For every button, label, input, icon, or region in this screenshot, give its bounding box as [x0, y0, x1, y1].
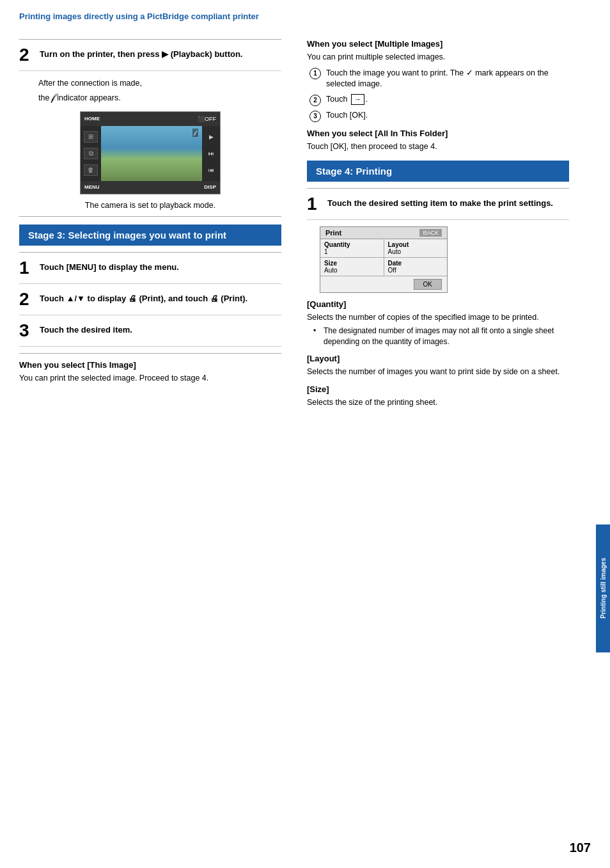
top-divider-left [19, 39, 281, 40]
step-3-1-text: Touch [MENU] to display the menu. [40, 259, 179, 273]
ps-layout-label: Layout [388, 241, 444, 248]
step-4-1-number: 1 [307, 195, 321, 213]
layout-text: Selects the number of images you want to… [307, 366, 569, 378]
cam-left-icons: ⊞ ⧉ 🗑 [81, 126, 101, 181]
cam-icon-bar: ⬛OFF [198, 116, 216, 122]
side-tab-text: Printing still images [600, 558, 607, 619]
page-number: 107 [570, 840, 591, 855]
divider-stage3 [19, 216, 281, 217]
multiple-step-2: 2 Touch →. [309, 94, 569, 106]
circle-1: 1 [309, 68, 321, 79]
multiple-step-1-text: Touch the image you want to print. The ✓… [326, 67, 569, 90]
ps-size-cell: Size Auto [320, 258, 384, 276]
ps-qty-value: 1 [324, 248, 380, 255]
cam-icon-delete: 🗑 [84, 164, 98, 176]
print-screen-mockup: Print BACK Quantity 1 Layout Auto Size A… [320, 226, 448, 293]
step-3-1-number: 1 [19, 259, 33, 277]
side-tab: Printing still images [596, 525, 610, 652]
bullet-dot-1: • [313, 326, 321, 336]
qty-bullet-1: • The designated number of images may no… [313, 326, 569, 347]
cam-play-icon: ▶ [209, 134, 214, 140]
step-3-1: 1 Touch [MENU] to display the menu. [19, 259, 281, 284]
left-column: 2 Turn on the printer, then press ▶ (Pla… [0, 26, 294, 414]
cam-bottom-bar: MENU DISP [81, 181, 220, 194]
cam-skip-back-icon: ⏮ [208, 167, 214, 173]
main-content: 2 Turn on the printer, then press ▶ (Pla… [0, 26, 610, 414]
multiple-images-steps: 1 Touch the image you want to print. The… [309, 67, 569, 122]
subsec-this-image-text: You can print the selected image. Procee… [19, 372, 281, 384]
circle-3: 3 [309, 111, 321, 122]
step-3-3: 3 Touch the desired item. [19, 322, 281, 347]
cam-home-label: HOME [84, 116, 100, 122]
qty-header: [Quantity] [307, 299, 569, 309]
cam-icon-copy: ⧉ [84, 148, 98, 159]
cam-indicator: 𝒻 [192, 129, 198, 137]
step-2-text: Turn on the printer, then press ▶ (Playb… [40, 46, 242, 60]
ps-layout-value: Auto [388, 248, 444, 255]
ps-row-2: Size Auto Date Off [320, 258, 447, 276]
cam-skip-fwd-icon: ⏭ [208, 150, 214, 157]
ps-ok-button[interactable]: OK [414, 279, 442, 290]
indent-line1: After the connection is made, [38, 79, 142, 88]
ps-qty-label: Quantity [324, 241, 380, 248]
divider-stage4 [307, 188, 569, 189]
divider-this-image [19, 353, 281, 354]
qty-bullet-text: The designated number of images may not … [324, 326, 569, 347]
ps-qty-cell: Quantity 1 [320, 239, 384, 257]
stage4-banner: Stage 4: Printing [307, 161, 569, 182]
size-header: [Size] [307, 384, 569, 394]
step-3-2-number: 2 [19, 290, 33, 308]
cam-pictbridge-icon: ⬛OFF [198, 116, 216, 122]
ps-ok-row: OK [320, 276, 447, 292]
step-4-1: 1 Touch the desired setting item to make… [307, 195, 569, 220]
cam-screen: 𝒻 [101, 126, 202, 181]
stage3-banner: Stage 3: Selecting images you want to pr… [19, 225, 281, 246]
ps-row-1: Quantity 1 Layout Auto [320, 239, 447, 258]
checkmark-icon: ✓ [466, 68, 473, 77]
subsec-multiple-text: You can print multiple selected images. [307, 51, 569, 63]
cam-menu-label: MENU [84, 184, 100, 190]
multiple-step-3-text: Touch [OK]. [326, 110, 368, 122]
camera-caption: The camera is set to playback mode. [19, 201, 281, 210]
step-4-1-text: Touch the desired setting item to make t… [327, 195, 553, 209]
multiple-step-2-text: Touch →. [326, 94, 368, 106]
ps-layout-cell: Layout Auto [384, 239, 448, 257]
qty-bullets: • The designated number of images may no… [313, 326, 569, 347]
step2-indent: After the connection is made, the 𝒻 indi… [38, 77, 281, 105]
cam-right-icons: ▶ ⏭ ⏮ [202, 126, 220, 181]
arrow-icon: → [351, 94, 364, 105]
ps-size-value: Auto [324, 267, 380, 274]
header-title: Printing images directly using a PictBri… [19, 12, 259, 21]
page-header: Printing images directly using a PictBri… [0, 0, 610, 26]
cam-top-bar: HOME ⬛OFF [81, 112, 220, 126]
subsec-folder-text: Touch [OK], then proceed to stage 4. [307, 141, 569, 153]
layout-header: [Layout] [307, 354, 569, 363]
ps-size-label: Size [324, 260, 380, 267]
divider-after-stage3 [19, 252, 281, 253]
circle-2: 2 [309, 95, 321, 106]
right-column: When you select [Multiple Images] You ca… [294, 26, 588, 414]
step-2: 2 Turn on the printer, then press ▶ (Pla… [19, 46, 281, 71]
multiple-step-1: 1 Touch the image you want to print. The… [309, 67, 569, 90]
ps-date-value: Off [388, 267, 444, 274]
subsec-folder-header: When you select [All In This Folder] [307, 129, 569, 138]
cam-disp-label: DISP [204, 184, 216, 190]
cam-icon-grid: ⊞ [84, 131, 98, 143]
step-3-3-text: Touch the desired item. [40, 322, 132, 336]
ps-date-cell: Date Off [384, 258, 448, 276]
step-2-number: 2 [19, 46, 33, 64]
size-text: Selects the size of the printing sheet. [307, 397, 569, 409]
camera-mockup: HOME ⬛OFF ⊞ ⧉ 🗑 𝒻 ▶ ⏭ ⏮ [80, 111, 221, 194]
qty-text: Selects the number of copies of the spec… [307, 312, 569, 324]
multiple-step-3: 3 Touch [OK]. [309, 110, 569, 122]
indent-line2: the 𝒻 indicator appears. [38, 93, 121, 102]
ps-top-bar: Print BACK [320, 227, 447, 239]
ps-print-label: Print [325, 229, 341, 237]
cam-body: ⊞ ⧉ 🗑 𝒻 ▶ ⏭ ⏮ [81, 126, 220, 181]
step-3-3-number: 3 [19, 322, 33, 340]
ps-date-label: Date [388, 260, 444, 267]
step-3-2-text: Touch ▲/▼ to display 🖨 (Print), and touc… [40, 290, 247, 304]
subsec-multiple-header: When you select [Multiple Images] [307, 39, 569, 49]
ps-back-btn: BACK [419, 229, 442, 237]
step-3-2: 2 Touch ▲/▼ to display 🖨 (Print), and to… [19, 290, 281, 315]
